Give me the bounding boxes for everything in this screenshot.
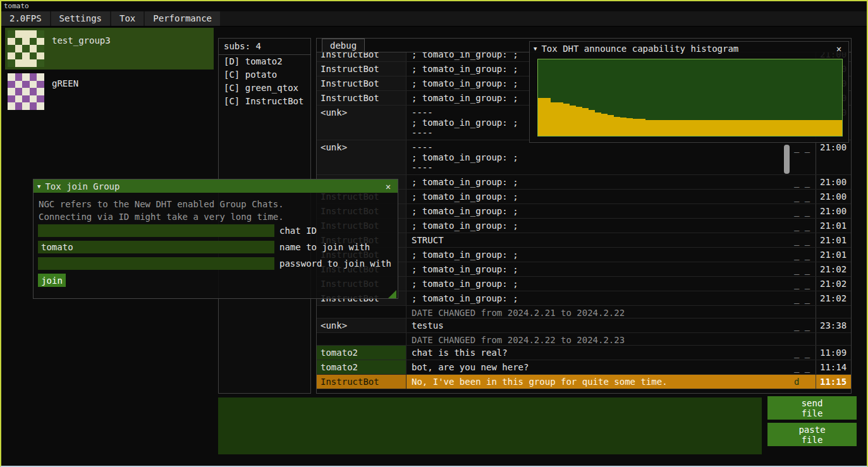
histogram-bar (709, 120, 715, 136)
message-flags (793, 333, 816, 345)
message-author (317, 306, 406, 318)
message-flags: _ _ (793, 262, 816, 276)
histogram-bar (785, 120, 792, 136)
dht-histogram-chart (537, 59, 843, 136)
message-time: 21:00 (816, 175, 851, 189)
dht-histogram-title: Tox DHT announce capability histogram (541, 44, 738, 54)
join-info-line: Connecting via ID might take a very long… (34, 210, 398, 222)
histogram-bar (734, 120, 740, 136)
message-author: <unk> (317, 140, 406, 174)
message-time: 21:02 (816, 262, 851, 276)
message-time: 11:15 (816, 375, 851, 389)
paste-file-button[interactable]: paste file (767, 423, 857, 446)
join-group-titlebar[interactable]: ▼ Tox join Group ✕ (34, 179, 398, 193)
histogram-bar (658, 120, 664, 136)
histogram-bar (608, 115, 614, 136)
message-flags: _ _ (793, 360, 816, 374)
message-flags: _ _ (793, 233, 816, 247)
subs-header: subs: 4 (219, 39, 310, 55)
message-text: ---- ; tomato_in_group: ; ---- (406, 140, 793, 174)
histogram-bar (563, 104, 570, 136)
histogram-bar (728, 120, 734, 136)
group-item-test_group3[interactable]: test_group3 (5, 28, 214, 70)
histogram-bar (582, 108, 589, 136)
message-flags: _ _ (793, 277, 816, 291)
message-flags: _ _ (793, 346, 816, 360)
join-button[interactable]: join (38, 274, 66, 287)
collapse-icon[interactable]: ▼ (37, 183, 40, 190)
message-row[interactable]: <unk> testus _ _ 23:38 (317, 318, 851, 333)
histogram-bar (804, 120, 810, 136)
window-title: tomato (4, 2, 29, 10)
message-input[interactable] (218, 397, 762, 454)
message-time: 11:09 (816, 346, 851, 360)
histogram-bar (817, 120, 823, 136)
group-name: test_group3 (52, 35, 111, 67)
message-row[interactable]: tomato2 chat is this real? _ _ 11:09 (317, 346, 851, 360)
collapse-icon[interactable]: ▼ (534, 45, 537, 52)
group-item-green[interactable]: gREEN (5, 71, 214, 112)
join-password-field[interactable] (38, 257, 274, 270)
message-flags: _ _ (793, 318, 816, 332)
menu-settings[interactable]: Settings (51, 11, 110, 26)
subs-item-instructbot[interactable]: [C] InstructBot (219, 95, 310, 108)
message-time (816, 306, 851, 318)
histogram-bar (779, 120, 785, 136)
chat-scrollbar-thumb[interactable] (784, 145, 790, 174)
system-message-row: DATE CHANGED from 2024.2.21 to 2024.2.22 (317, 306, 851, 318)
histogram-bar (760, 120, 766, 136)
message-text: ; tomato_in_group: ; (406, 219, 793, 233)
histogram-bar (620, 118, 627, 136)
histogram-bar (589, 110, 595, 136)
histogram-bar (544, 98, 551, 136)
close-icon[interactable]: ✕ (382, 181, 394, 191)
histogram-bar (551, 102, 557, 136)
histogram-bar (792, 120, 798, 136)
message-author: InstructBot (317, 52, 406, 61)
message-time (816, 333, 851, 345)
subs-item-tomato2[interactable]: [D] tomato2 (219, 55, 310, 68)
histogram-bar (576, 107, 582, 136)
histogram-bar (645, 120, 652, 136)
message-author: InstructBot (317, 91, 406, 105)
histogram-bar (836, 120, 842, 136)
message-text: ; tomato_in_group: ; (406, 248, 793, 262)
chat-id-label: chat ID (279, 226, 317, 236)
subs-item-potato[interactable]: [C] potato (219, 68, 310, 82)
group-avatar-icon (8, 30, 44, 67)
message-row[interactable]: tomato2 bot, are you new here? _ _ 11:14 (317, 360, 851, 375)
join-group-window: ▼ Tox join Group ✕ NGC refers to the New… (33, 179, 398, 299)
histogram-bar (595, 112, 601, 136)
message-text: ; tomato_in_group: ; (406, 291, 793, 305)
histogram-bar (702, 120, 709, 136)
message-time: 21:01 (816, 248, 851, 262)
histogram-bar (721, 120, 728, 136)
message-row[interactable]: <unk> ---- ; tomato_in_group: ; ---- _ _… (317, 140, 851, 175)
message-flags: _ _ (793, 140, 816, 174)
message-flags: _ _ (793, 219, 816, 233)
chat-id-field[interactable] (38, 224, 274, 237)
message-row-highlighted[interactable]: InstructBot No, I've been in this group … (317, 375, 851, 389)
resize-grip[interactable] (388, 290, 396, 298)
histogram-bar (627, 118, 633, 136)
message-text: testus (406, 318, 793, 332)
dht-histogram-titlebar[interactable]: ▼ Tox DHT announce capability histogram … (530, 42, 848, 55)
histogram-bar (557, 102, 563, 136)
join-name-field[interactable] (38, 241, 274, 253)
menu-performance[interactable]: Performance (145, 11, 220, 26)
menu-tox[interactable]: Tox (111, 11, 144, 26)
window-titlebar[interactable]: tomato (1, 1, 867, 11)
join-group-body: NGC refers to the New DHT enabled Group … (34, 193, 398, 300)
message-flags: _ _ (793, 248, 816, 262)
message-author: InstructBot (317, 375, 406, 389)
tab-debug[interactable]: debug (322, 39, 365, 52)
send-file-button[interactable]: send file (767, 396, 857, 420)
close-icon[interactable]: ✕ (833, 44, 845, 54)
join-password-label: password to join with (279, 258, 391, 269)
histogram-bar (683, 120, 690, 136)
message-author: tomato2 (317, 346, 406, 360)
message-author: tomato2 (317, 360, 406, 374)
message-flags: _ _ (793, 190, 816, 203)
message-flags: _ _ (793, 204, 816, 218)
subs-item-green-qtox[interactable]: [C] green_qtox (219, 82, 310, 95)
